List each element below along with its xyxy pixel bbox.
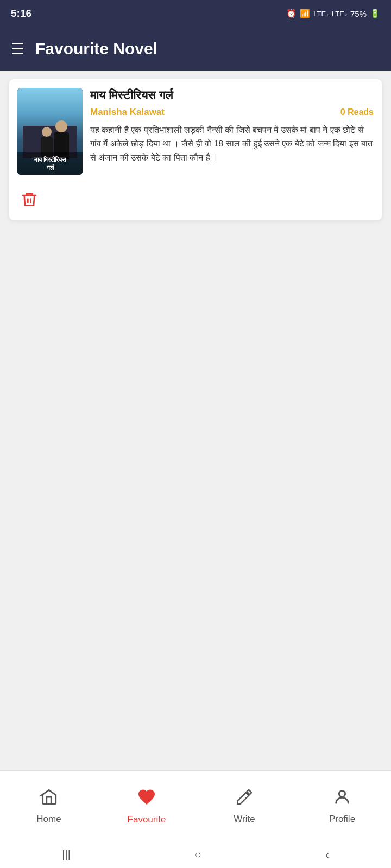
- status-bar: 5:16 ⏰ 📶 LTE₁ LTE₂ 75% 🔋: [0, 0, 391, 27]
- nav-label-profile: Profile: [329, 814, 355, 825]
- menu-icon[interactable]: ☰: [11, 40, 24, 58]
- cover-text: माय मिस्टीरियसगर्ल: [20, 156, 80, 171]
- home-btn[interactable]: ○: [178, 844, 217, 865]
- novel-description: यह कहानी है एक प्रतिभाशाली लड़की नैन्सी …: [90, 123, 374, 165]
- nav-item-favourite[interactable]: Favourite: [98, 787, 195, 825]
- novel-title: माय मिस्टीरियस गर्ल: [90, 88, 374, 104]
- nav-item-write[interactable]: Write: [195, 788, 293, 825]
- back-btn[interactable]: ‹: [309, 844, 345, 865]
- recent-apps-btn[interactable]: |||: [46, 844, 87, 865]
- alarm-icon: ⏰: [286, 9, 297, 18]
- battery-label: 75%: [350, 9, 367, 18]
- home-icon: [40, 788, 58, 810]
- novel-cover: माय मिस्टीरियसगर्ल: [17, 88, 83, 175]
- trash-icon: [21, 191, 38, 208]
- wifi-icon: 📶: [300, 9, 310, 18]
- nav-label-favourite: Favourite: [128, 814, 166, 825]
- system-nav: ||| ○ ‹: [0, 841, 391, 868]
- favourite-icon: [137, 787, 156, 811]
- novel-card-top: माय मिस्टीरियसगर्ल माय मिस्टीरियस गर्ल M…: [17, 88, 374, 175]
- svg-point-0: [339, 790, 345, 796]
- novel-meta: Manisha Kalawat 0 Reads: [90, 107, 374, 118]
- delete-button[interactable]: [17, 188, 41, 212]
- nav-item-profile[interactable]: Profile: [293, 788, 391, 825]
- signal-lte2-icon: LTE₂: [332, 10, 347, 18]
- nav-item-home[interactable]: Home: [0, 788, 98, 825]
- nav-label-home: Home: [36, 814, 61, 825]
- header-title: Favourite Novel: [35, 40, 157, 58]
- bottom-nav: Home Favourite Write Profile: [0, 770, 391, 841]
- write-icon: [235, 788, 254, 810]
- profile-icon: [333, 788, 351, 810]
- main-content: माय मिस्टीरियसगर्ल माय मिस्टीरियस गर्ल M…: [0, 71, 391, 770]
- novel-author: Manisha Kalawat: [90, 107, 165, 118]
- signal-lte1-icon: LTE₁: [313, 10, 329, 18]
- nav-label-write: Write: [234, 814, 255, 825]
- header: ☰ Favourite Novel: [0, 27, 391, 71]
- novel-card[interactable]: माय मिस्टीरियसगर्ल माय मिस्टीरियस गर्ल M…: [9, 79, 382, 220]
- status-icons: ⏰ 📶 LTE₁ LTE₂ 75% 🔋: [286, 9, 380, 18]
- novel-reads: 0 Reads: [340, 107, 374, 117]
- battery-icon: 🔋: [370, 9, 380, 18]
- novel-card-bottom: [17, 182, 374, 212]
- status-time: 5:16: [11, 8, 31, 20]
- novel-info: माय मिस्टीरियस गर्ल Manisha Kalawat 0 Re…: [90, 88, 374, 175]
